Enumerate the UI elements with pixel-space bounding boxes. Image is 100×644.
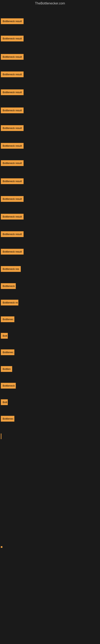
bottleneck-result-card[interactable]: Bott <box>1 399 8 405</box>
small-indicator <box>1 434 1 439</box>
bottleneck-result-card[interactable]: Bottleneck result <box>1 143 24 149</box>
bottleneck-result-card[interactable]: Bottleneck result <box>1 160 24 166</box>
bottleneck-result-card[interactable]: Bottleneck <box>1 283 16 289</box>
bottleneck-result-card[interactable]: Bottleneck result <box>1 54 24 60</box>
bottleneck-result-card[interactable]: Bottlenec <box>1 316 14 322</box>
site-title: TheBottlenecker.com <box>0 0 100 7</box>
bottleneck-result-card[interactable]: Bottleneck result <box>1 249 24 254</box>
bottleneck-result-card[interactable]: Bottleneck result <box>1 89 24 95</box>
bottleneck-result-card[interactable]: Bottleneck result <box>1 196 24 202</box>
bottleneck-result-card[interactable]: Bottleneck <box>1 383 16 388</box>
bottleneck-result-card[interactable]: Bottlenec <box>1 416 14 422</box>
bottleneck-result-card[interactable]: Bottleneck result <box>1 231 24 237</box>
bottleneck-result-card[interactable]: Bottleneck result <box>1 108 24 113</box>
bottleneck-result-card[interactable]: Bottleneck result <box>1 18 24 24</box>
bottleneck-result-card[interactable]: Bottleneck result <box>1 178 24 184</box>
bottleneck-result-card[interactable]: Bottlenec <box>1 349 14 355</box>
bottleneck-result-card[interactable]: Bottleneck result <box>1 36 24 42</box>
bottleneck-result-card[interactable]: Bottleneck result <box>1 214 24 220</box>
bottleneck-result-card[interactable]: Bottlen <box>1 366 12 372</box>
bottleneck-result-card[interactable]: Bott <box>1 333 8 339</box>
bottleneck-result-card[interactable]: Bottleneck re <box>1 300 18 306</box>
bottleneck-result-card[interactable]: Bottleneck result <box>1 72 24 77</box>
results-container: Bottleneck resultBottleneck resultBottle… <box>0 7 100 644</box>
small-indicator-2 <box>1 546 2 548</box>
bottleneck-result-card[interactable]: Bottleneck res <box>1 266 21 272</box>
bottleneck-result-card[interactable]: Bottleneck result <box>1 125 24 131</box>
